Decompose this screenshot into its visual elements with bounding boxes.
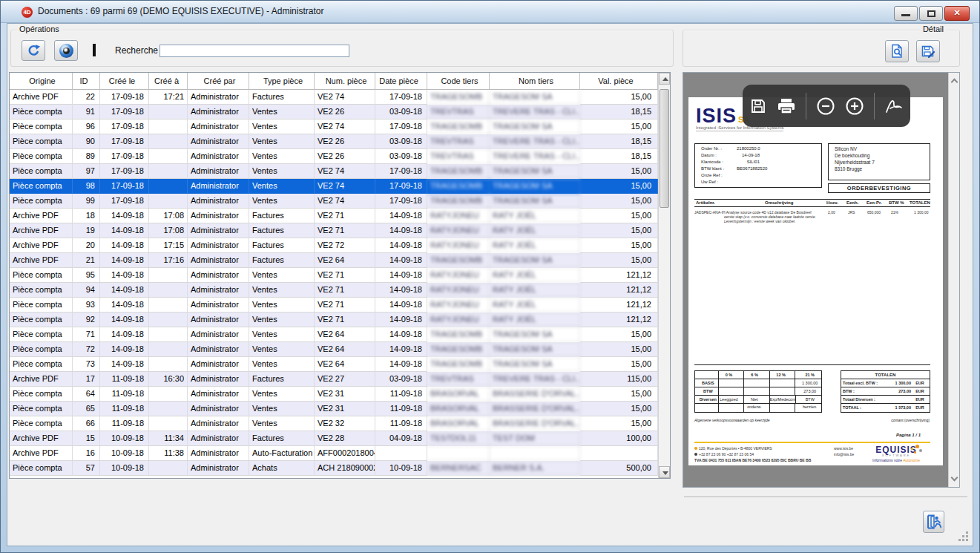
- save-document-button[interactable]: [916, 40, 940, 62]
- table-cell: 21: [73, 253, 100, 268]
- column-header[interactable]: Origine: [10, 73, 73, 90]
- column-header[interactable]: Type pièce: [249, 73, 315, 90]
- table-cell: VE2 71: [315, 298, 375, 313]
- view-document-button[interactable]: [885, 40, 909, 62]
- table-cell: Factures: [249, 238, 315, 253]
- detail-group-label: Détail: [921, 24, 946, 33]
- table-row[interactable]: Pièce compta9917-09-18AdministratorVente…: [10, 194, 658, 209]
- table-row[interactable]: Pièce compta9817-09-18AdministratorVente…: [10, 179, 658, 194]
- table-row[interactable]: Archive PDF2114-09-1817:16AdministratorF…: [10, 253, 658, 268]
- item-qty: 2,00: [828, 210, 835, 215]
- totals-cell: EUR: [915, 379, 929, 387]
- table-row[interactable]: Pièce compta9514-09-18AdministratorVente…: [10, 268, 658, 283]
- table-row[interactable]: Archive PDF2217-09-1817:21AdministratorF…: [10, 90, 658, 105]
- table-row[interactable]: Archive PDF1610-09-1811:38AdministratorA…: [10, 446, 658, 461]
- column-header[interactable]: Créé le: [100, 73, 149, 90]
- table-cell: 15,00: [580, 209, 658, 223]
- resize-grip[interactable]: [958, 531, 969, 542]
- column-header[interactable]: Num. pièce: [315, 73, 375, 90]
- table-cell: Ventes: [249, 179, 315, 194]
- column-header[interactable]: ID: [73, 73, 100, 90]
- table-cell: 93: [73, 298, 100, 313]
- items-col-artikelnr: Artikelnr.: [696, 200, 715, 205]
- pdf-save-button[interactable]: [749, 97, 767, 115]
- table-cell: TRAGESOM SA: [490, 179, 580, 194]
- table-cell: Administrator: [188, 357, 249, 372]
- column-header[interactable]: Nom tiers: [490, 73, 580, 90]
- table-row[interactable]: Pièce compta6511-09-18AdministratorVente…: [10, 402, 658, 416]
- table-row[interactable]: Pièce compta8917-09-18AdministratorVente…: [10, 149, 658, 164]
- title-bar: 4D Documents : 69 parmi 69 (DEMO EQUISIS…: [1, 1, 979, 23]
- table-row[interactable]: Pièce compta7314-09-18AdministratorVente…: [10, 357, 658, 372]
- table-row[interactable]: Pièce compta9117-09-18AdministratorVente…: [10, 105, 658, 120]
- table-scrollbar[interactable]: [658, 73, 670, 478]
- totals-table: TOTALEN Totaal excl. BTW :1 300,00EURBTW…: [841, 370, 930, 413]
- table-row[interactable]: Pièce compta6611-09-18AdministratorVente…: [10, 416, 658, 431]
- table-cell: VE2 64: [315, 253, 375, 268]
- table-row[interactable]: Archive PDF1510-09-1811:34AdministratorF…: [10, 431, 658, 446]
- column-header[interactable]: Val. pièce: [580, 73, 658, 90]
- table-cell: Archive PDF: [10, 431, 73, 446]
- table-cell: 14-09-18: [375, 283, 427, 298]
- column-header[interactable]: Créé à: [149, 73, 188, 90]
- table-cell: Ventes: [249, 298, 315, 313]
- column-header[interactable]: Créé par: [188, 73, 249, 90]
- address-text: 8310 Brugge: [832, 166, 895, 173]
- vat-cell: [719, 379, 745, 387]
- scroll-down-button[interactable]: [659, 466, 670, 478]
- table-cell: 11-09-18: [100, 416, 149, 431]
- search-input[interactable]: [160, 45, 349, 57]
- items-table-end-line: [694, 364, 930, 365]
- address-text: Silicon NV: [832, 146, 895, 153]
- table-cell: 11-09-18: [375, 416, 427, 431]
- column-header[interactable]: Code tiers: [427, 73, 490, 90]
- table-row[interactable]: Pièce compta7214-09-18AdministratorVente…: [10, 342, 658, 357]
- refresh-button[interactable]: [22, 40, 45, 61]
- toolbar-separator: [806, 93, 806, 120]
- footer-contact: 120, Rue des Déportés • B-4800 VERVIERS …: [694, 445, 811, 463]
- table-cell: TRAGESOM SA: [490, 164, 580, 179]
- table-cell: 94: [73, 283, 100, 298]
- vat-cell: 0 %: [719, 371, 745, 379]
- table-row[interactable]: Archive PDF1814-09-1817:08AdministratorF…: [10, 209, 658, 223]
- preview-toggle-button[interactable]: [54, 40, 78, 61]
- table-cell: 64: [73, 387, 100, 402]
- pdf-zoom-in-button[interactable]: [845, 96, 864, 116]
- table-cell: [149, 283, 188, 298]
- item-price: 650,000: [867, 210, 881, 215]
- pdf-zoom-out-button[interactable]: [816, 96, 835, 116]
- close-button[interactable]: ✕: [944, 6, 970, 21]
- table-row[interactable]: Pièce compta6411-09-18AdministratorVente…: [10, 387, 658, 402]
- items-col-eenh: Eenh.: [846, 200, 858, 205]
- items-col-omschrijving: Omschrijving: [765, 200, 793, 205]
- totals-row: Totaal Diversen :EUR: [841, 396, 930, 404]
- table-row[interactable]: Pièce compta5710-09-18AdministratorAchat…: [10, 461, 658, 476]
- table-row[interactable]: Pièce compta9414-09-18AdministratorVente…: [10, 283, 658, 298]
- table-cell: 17-09-18: [375, 194, 427, 209]
- exit-button[interactable]: [923, 511, 944, 533]
- table-row[interactable]: Archive PDF1711-09-1816:30AdministratorF…: [10, 372, 658, 387]
- pdf-open-acrobat-button[interactable]: [884, 97, 904, 115]
- maximize-button[interactable]: [919, 6, 943, 21]
- preview-scrollbar[interactable]: [948, 73, 959, 487]
- table-cell: 10-09-18: [375, 461, 427, 476]
- table-cell: [149, 327, 188, 342]
- scroll-thumb[interactable]: [660, 89, 669, 208]
- table-row[interactable]: Pièce compta9017-09-18AdministratorVente…: [10, 134, 658, 149]
- table-row[interactable]: Pièce compta9617-09-18AdministratorVente…: [10, 120, 658, 134]
- totals-row: BTW :273,00EUR: [841, 387, 930, 396]
- table-row[interactable]: Archive PDF1914-09-1817:08AdministratorF…: [10, 223, 658, 238]
- column-header[interactable]: Date pièce: [375, 73, 427, 90]
- table-row[interactable]: Pièce compta9314-09-18AdministratorVente…: [10, 298, 658, 313]
- page-number: Pagina 1 / 1: [896, 433, 921, 437]
- table-row[interactable]: Pièce compta9214-09-18AdministratorVente…: [10, 313, 658, 327]
- scroll-up-button[interactable]: [659, 73, 670, 85]
- vat-cell: BTW: [695, 387, 719, 395]
- table-row[interactable]: Archive PDF2014-09-1817:15AdministratorF…: [10, 238, 658, 253]
- terms-note: Algemene verkoopsvoorwaarden op keerzijd…: [694, 418, 769, 422]
- table-row[interactable]: Pièce compta7114-09-18AdministratorVente…: [10, 327, 658, 342]
- minimize-button[interactable]: [894, 6, 918, 21]
- table-cell: VE2 74: [315, 120, 375, 134]
- pdf-print-button[interactable]: [777, 97, 796, 115]
- table-row[interactable]: Pièce compta9717-09-18AdministratorVente…: [10, 164, 658, 179]
